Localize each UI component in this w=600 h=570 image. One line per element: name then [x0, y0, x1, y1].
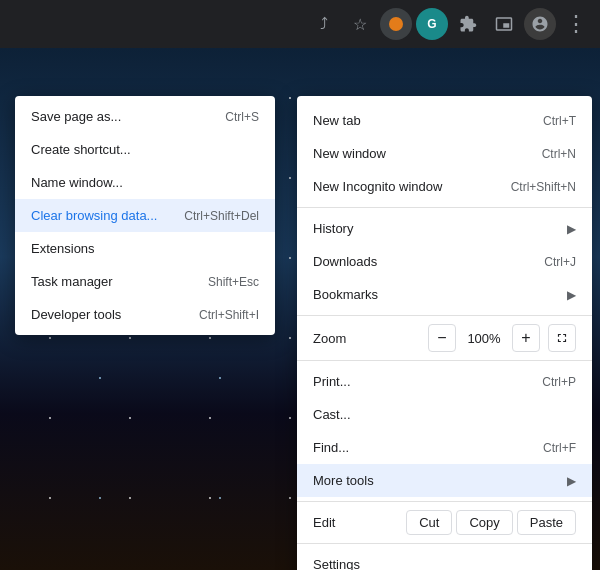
clear-browsing-data-label: Clear browsing data...	[31, 208, 157, 223]
copy-button[interactable]: Copy	[456, 510, 512, 535]
developer-tools-shortcut: Ctrl+Shift+I	[199, 308, 259, 322]
save-page-as-item[interactable]: Save page as... Ctrl+S	[15, 100, 275, 133]
new-incognito-item[interactable]: New Incognito window Ctrl+Shift+N	[297, 170, 592, 203]
more-tools-label: More tools	[313, 473, 374, 488]
extension-orange-icon[interactable]	[380, 8, 412, 40]
zoom-fullscreen-button[interactable]	[548, 324, 576, 352]
task-manager-shortcut: Shift+Esc	[208, 275, 259, 289]
zoom-section: Zoom − 100% +	[297, 316, 592, 361]
zoom-row: Zoom − 100% +	[297, 320, 592, 356]
new-tab-item[interactable]: New tab Ctrl+T	[297, 104, 592, 137]
new-incognito-shortcut: Ctrl+Shift+N	[511, 180, 576, 194]
print-shortcut: Ctrl+P	[542, 375, 576, 389]
bookmark-icon[interactable]: ☆	[344, 8, 376, 40]
svg-point-0	[389, 17, 403, 31]
clear-browsing-data-shortcut: Ctrl+Shift+Del	[184, 209, 259, 223]
new-tab-label: New tab	[313, 113, 361, 128]
name-window-item[interactable]: Name window...	[15, 166, 275, 199]
new-window-shortcut: Ctrl+N	[542, 147, 576, 161]
history-item[interactable]: History ▶	[297, 212, 592, 245]
zoom-label: Zoom	[313, 331, 428, 346]
new-window-label: New window	[313, 146, 386, 161]
downloads-item[interactable]: Downloads Ctrl+J	[297, 245, 592, 278]
toolbar-icons: ⤴ ☆ G ⋮	[308, 8, 592, 40]
new-incognito-label: New Incognito window	[313, 179, 442, 194]
clear-browsing-data-item[interactable]: Clear browsing data... Ctrl+Shift+Del	[15, 199, 275, 232]
history-arrow: ▶	[567, 222, 576, 236]
edit-section: Edit Cut Copy Paste	[297, 502, 592, 544]
bookmarks-label: Bookmarks	[313, 287, 378, 302]
extensions-item[interactable]: Extensions	[15, 232, 275, 265]
save-page-as-shortcut: Ctrl+S	[225, 110, 259, 124]
share-icon[interactable]: ⤴	[308, 8, 340, 40]
page-background: Save page as... Ctrl+S Create shortcut..…	[0, 48, 600, 570]
print-item[interactable]: Print... Ctrl+P	[297, 365, 592, 398]
zoom-value: 100%	[460, 331, 508, 346]
cast-item[interactable]: Cast...	[297, 398, 592, 431]
paste-button[interactable]: Paste	[517, 510, 576, 535]
zoom-minus-button[interactable]: −	[428, 324, 456, 352]
bookmarks-item[interactable]: Bookmarks ▶	[297, 278, 592, 311]
task-manager-label: Task manager	[31, 274, 113, 289]
find-label: Find...	[313, 440, 349, 455]
picture-in-picture-icon[interactable]	[488, 8, 520, 40]
settings-section: Settings Help ▶ Exit	[297, 544, 592, 570]
bookmarks-arrow: ▶	[567, 288, 576, 302]
zoom-plus-button[interactable]: +	[512, 324, 540, 352]
more-tools-item[interactable]: More tools ▶	[297, 464, 592, 497]
settings-label: Settings	[313, 557, 360, 570]
new-tab-section: New tab Ctrl+T New window Ctrl+N New Inc…	[297, 100, 592, 208]
create-shortcut-item[interactable]: Create shortcut...	[15, 133, 275, 166]
edit-row: Edit Cut Copy Paste	[297, 506, 592, 539]
grammarly-icon[interactable]: G	[416, 8, 448, 40]
find-item[interactable]: Find... Ctrl+F	[297, 431, 592, 464]
extensions-label: Extensions	[31, 241, 95, 256]
zoom-controls: − 100% +	[428, 324, 540, 352]
new-tab-shortcut: Ctrl+T	[543, 114, 576, 128]
settings-item[interactable]: Settings	[297, 548, 592, 570]
more-tools-submenu: Save page as... Ctrl+S Create shortcut..…	[15, 96, 275, 335]
downloads-shortcut: Ctrl+J	[544, 255, 576, 269]
name-window-label: Name window...	[31, 175, 123, 190]
downloads-label: Downloads	[313, 254, 377, 269]
history-section: History ▶ Downloads Ctrl+J Bookmarks ▶	[297, 208, 592, 316]
find-shortcut: Ctrl+F	[543, 441, 576, 455]
new-window-item[interactable]: New window Ctrl+N	[297, 137, 592, 170]
extensions-icon[interactable]	[452, 8, 484, 40]
developer-tools-item[interactable]: Developer tools Ctrl+Shift+I	[15, 298, 275, 331]
browser-toolbar: ⤴ ☆ G ⋮	[0, 0, 600, 48]
save-page-as-label: Save page as...	[31, 109, 121, 124]
create-shortcut-label: Create shortcut...	[31, 142, 131, 157]
edit-buttons: Cut Copy Paste	[406, 510, 576, 535]
chrome-menu: New tab Ctrl+T New window Ctrl+N New Inc…	[297, 96, 592, 570]
history-label: History	[313, 221, 353, 236]
edit-label: Edit	[313, 515, 406, 530]
print-section: Print... Ctrl+P Cast... Find... Ctrl+F M…	[297, 361, 592, 502]
profile-icon[interactable]	[524, 8, 556, 40]
task-manager-item[interactable]: Task manager Shift+Esc	[15, 265, 275, 298]
cast-label: Cast...	[313, 407, 351, 422]
more-tools-arrow: ▶	[567, 474, 576, 488]
menu-icon[interactable]: ⋮	[560, 8, 592, 40]
print-label: Print...	[313, 374, 351, 389]
developer-tools-label: Developer tools	[31, 307, 121, 322]
cut-button[interactable]: Cut	[406, 510, 452, 535]
